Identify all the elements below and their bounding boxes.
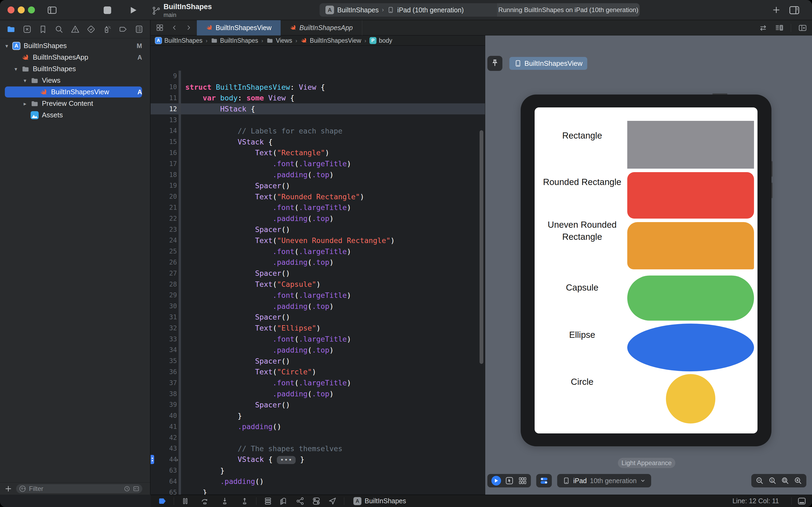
step-over-icon[interactable] xyxy=(200,497,210,506)
zoom-window-button[interactable] xyxy=(28,6,35,13)
code-line-41[interactable]: 41 .padding() xyxy=(151,421,485,432)
simulate-location-icon[interactable] xyxy=(328,497,337,506)
issues-navigator-icon[interactable] xyxy=(71,25,80,34)
tab-builtinshapesapp[interactable]: BuiltInShapesApp xyxy=(281,20,362,36)
code-line-31[interactable]: 31 Spacer() xyxy=(151,312,485,323)
line-number[interactable]: 30 xyxy=(151,302,179,310)
forward-icon[interactable] xyxy=(185,24,192,31)
source-control-filter-icon[interactable] xyxy=(133,485,139,492)
selectable-preview-button[interactable] xyxy=(505,476,514,485)
inspector-toggle-icon[interactable] xyxy=(789,5,800,15)
disclosure-icon[interactable]: ▸ xyxy=(22,101,28,107)
code-line-15[interactable]: 15 VStack { xyxy=(151,136,485,148)
code-line-33[interactable]: 33 .font(.largeTitle) xyxy=(151,334,485,344)
tree-item-builtinshapesview[interactable]: BuiltInShapesViewA xyxy=(0,86,150,98)
line-number[interactable]: 65 xyxy=(151,489,179,495)
code-line-44[interactable]: 44› VStack { ••• } xyxy=(151,454,485,465)
activity-status[interactable]: Running BuiltInShapes on iPad (10th gene… xyxy=(497,3,640,17)
fold-ribbon[interactable] xyxy=(179,476,181,487)
code-line-22[interactable]: 22 .padding(.top) xyxy=(151,213,485,224)
fold-ribbon[interactable] xyxy=(179,136,181,148)
breakpoints-navigator-icon[interactable] xyxy=(118,25,127,34)
fold-ribbon[interactable] xyxy=(179,213,181,224)
fold-ribbon[interactable] xyxy=(179,487,181,495)
code-line-24[interactable]: 24 Text("Uneven Rounded Rectangle") xyxy=(151,235,485,246)
process-selector[interactable]: A BuiltInShapes xyxy=(353,497,406,505)
code-fold-pill[interactable]: ••• xyxy=(277,456,296,464)
line-number[interactable]: 28 xyxy=(151,281,179,288)
line-number[interactable]: 17 xyxy=(151,160,179,168)
line-number[interactable]: 63 xyxy=(151,467,179,474)
code-line-29[interactable]: 29 .font(.largeTitle) xyxy=(151,290,485,301)
code-line-13[interactable]: 13 xyxy=(151,114,485,125)
line-number[interactable]: 35 xyxy=(151,357,179,365)
line-number[interactable]: 11 xyxy=(151,94,179,102)
code-line-18[interactable]: 18 .padding(.top) xyxy=(151,169,485,180)
back-icon[interactable] xyxy=(171,24,178,31)
fold-ribbon[interactable] xyxy=(179,191,181,202)
code-line-42[interactable]: 42 xyxy=(151,432,485,443)
code-line-10[interactable]: 10struct BuiltInShapesView: View { xyxy=(151,81,485,93)
fold-ribbon[interactable] xyxy=(179,246,181,257)
project-navigator-icon[interactable] xyxy=(6,25,15,34)
fold-ribbon[interactable] xyxy=(179,114,181,125)
code-line-40[interactable]: 40 } xyxy=(151,410,485,421)
step-into-icon[interactable] xyxy=(220,497,229,506)
code-line-14[interactable]: 14 // Labels for each shape xyxy=(151,125,485,136)
code-line-30[interactable]: 30 .padding(.top) xyxy=(151,301,485,312)
line-number[interactable]: 38 xyxy=(151,390,179,398)
line-number[interactable]: 27 xyxy=(151,270,179,277)
line-number[interactable]: 16 xyxy=(151,149,179,157)
view-hierarchy-icon[interactable] xyxy=(264,497,273,506)
source-control-navigator-icon[interactable] xyxy=(22,25,32,34)
scheme-selector[interactable]: A BuiltInShapes › iPad (10th generation) xyxy=(320,3,497,17)
code-line-65[interactable]: 65 } xyxy=(151,487,485,495)
line-number[interactable]: 34 xyxy=(151,346,179,354)
app-preview-screen[interactable]: RectangleRounded RectangleUneven Rounded… xyxy=(535,107,757,434)
folded-region-badge[interactable] xyxy=(151,455,154,464)
code-line-12[interactable]: 12 HStack { xyxy=(151,103,485,114)
fold-ribbon[interactable] xyxy=(179,388,181,399)
variants-preview-button[interactable] xyxy=(518,476,527,485)
fold-ribbon[interactable] xyxy=(179,421,181,432)
live-preview-button[interactable] xyxy=(491,476,501,486)
code-line-16[interactable]: 16 Text("Rectangle") xyxy=(151,148,485,158)
fold-ribbon[interactable] xyxy=(179,355,181,367)
line-number[interactable]: 13 xyxy=(151,116,179,124)
fold-ribbon[interactable] xyxy=(179,125,181,136)
code-line-20[interactable]: 20 Text("Rounded Rectangle") xyxy=(151,191,485,202)
breadcrumb-builtinshapes[interactable]: ABuiltInShapes xyxy=(155,37,202,44)
code-line-11[interactable]: 11 var body: some View { xyxy=(151,93,485,104)
code-line-19[interactable]: 19 Spacer() xyxy=(151,180,485,191)
line-number[interactable]: 32 xyxy=(151,324,179,332)
fold-chevron-icon[interactable]: › xyxy=(175,456,179,463)
tab-builtinshapesview[interactable]: BuiltInShapesView xyxy=(197,20,281,36)
add-button[interactable] xyxy=(772,5,781,14)
source-editor[interactable]: 910struct BuiltInShapesView: View {11 va… xyxy=(151,46,485,495)
bookmarks-navigator-icon[interactable] xyxy=(39,25,48,34)
fold-ribbon[interactable] xyxy=(179,268,181,279)
editor-options-icon[interactable] xyxy=(775,23,784,33)
code-line-25[interactable]: 25 .font(.largeTitle) xyxy=(151,246,485,257)
line-number[interactable]: 64 xyxy=(151,478,179,485)
code-line-28[interactable]: 28 Text("Capsule") xyxy=(151,279,485,290)
fold-ribbon[interactable] xyxy=(179,257,181,268)
line-number[interactable]: 9 xyxy=(151,72,179,80)
code-line-38[interactable]: 38 .padding(.top) xyxy=(151,388,485,399)
breakpoints-toggle-icon[interactable] xyxy=(158,497,167,506)
fold-ribbon[interactable] xyxy=(179,103,181,114)
breadcrumb-body[interactable]: Pbody xyxy=(369,37,392,44)
line-number[interactable]: 37 xyxy=(151,379,179,387)
fold-ribbon[interactable] xyxy=(179,169,181,180)
minimize-window-button[interactable] xyxy=(18,6,25,13)
line-number[interactable]: 44 xyxy=(151,456,179,463)
tree-item-views[interactable]: ▾Views xyxy=(0,75,150,86)
breadcrumb-views[interactable]: Views xyxy=(267,37,292,44)
code-line-26[interactable]: 26 .padding(.top) xyxy=(151,257,485,268)
line-number[interactable]: 20 xyxy=(151,193,179,200)
fold-ribbon[interactable] xyxy=(179,432,181,443)
pin-preview-button[interactable] xyxy=(487,56,503,71)
code-line-37[interactable]: 37 .font(.largeTitle) xyxy=(151,377,485,388)
disclosure-icon[interactable]: ▾ xyxy=(22,77,28,84)
tree-item-preview-content[interactable]: ▸Preview Content xyxy=(0,98,150,109)
